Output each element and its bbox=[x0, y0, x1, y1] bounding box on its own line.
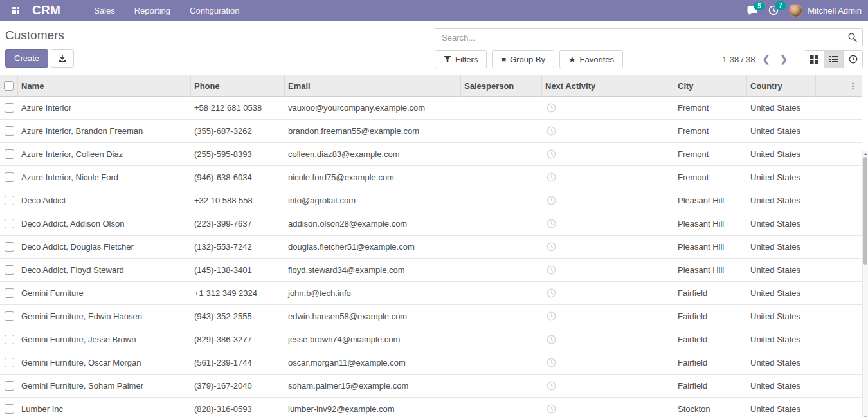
action-buttons: Create bbox=[5, 49, 435, 68]
pager-previous-button[interactable]: ❮ bbox=[759, 53, 773, 66]
row-checkbox-cell bbox=[0, 288, 18, 298]
cell-next-activity[interactable] bbox=[542, 288, 674, 298]
row-checkbox[interactable] bbox=[5, 103, 14, 113]
select-all-checkbox[interactable] bbox=[4, 81, 14, 91]
cell-phone: (132)-553-7242 bbox=[191, 242, 285, 252]
row-checkbox[interactable] bbox=[5, 219, 14, 228]
column-header-next-activity[interactable]: Next Activity bbox=[542, 75, 674, 97]
row-checkbox[interactable] bbox=[5, 288, 14, 298]
cell-next-activity[interactable] bbox=[542, 265, 674, 275]
table-row[interactable]: Gemini Furniture, Jesse Brown (829)-386-… bbox=[0, 328, 862, 351]
pager-range: 1-38 / 38 bbox=[722, 55, 755, 64]
cell-next-activity[interactable] bbox=[542, 381, 674, 391]
search-input[interactable] bbox=[435, 33, 843, 42]
column-header-phone[interactable]: Phone bbox=[191, 75, 285, 97]
table-row[interactable]: Gemini Furniture, Edwin Hansen (943)-352… bbox=[0, 305, 862, 328]
cell-next-activity[interactable] bbox=[542, 126, 674, 136]
scrollbar-thumb[interactable] bbox=[863, 157, 867, 265]
table-row[interactable]: Azure Interior, Brandon Freeman (355)-68… bbox=[0, 120, 862, 143]
cell-next-activity[interactable] bbox=[542, 196, 674, 205]
row-checkbox-cell bbox=[0, 149, 18, 159]
cell-next-activity[interactable] bbox=[542, 335, 674, 344]
column-header-email[interactable]: Email bbox=[285, 75, 461, 97]
row-checkbox[interactable] bbox=[5, 126, 14, 136]
table-row[interactable]: Gemini Furniture +1 312 349 2324 john.b@… bbox=[0, 282, 862, 305]
row-checkbox[interactable] bbox=[5, 149, 14, 159]
favorites-button[interactable]: ★ Favorites bbox=[559, 50, 623, 68]
filters-button[interactable]: Filters bbox=[435, 50, 487, 68]
cell-next-activity[interactable] bbox=[542, 404, 674, 414]
cell-country: United States bbox=[747, 219, 816, 228]
cell-next-activity[interactable] bbox=[542, 358, 674, 367]
schedule-activity-clock-icon bbox=[547, 126, 556, 136]
list-view-button[interactable] bbox=[824, 51, 843, 68]
cell-next-activity[interactable] bbox=[542, 311, 674, 321]
row-checkbox[interactable] bbox=[5, 196, 14, 205]
table-row[interactable]: Azure Interior, Nicole Ford (946)-638-60… bbox=[0, 166, 862, 189]
table-row[interactable]: Deco Addict +32 10 588 558 info@agrolait… bbox=[0, 189, 862, 212]
row-checkbox[interactable] bbox=[5, 381, 14, 391]
cell-next-activity[interactable] bbox=[542, 103, 674, 113]
table-row[interactable]: Azure Interior +58 212 681 0538 vauxoo@y… bbox=[0, 97, 862, 120]
table-row[interactable]: Deco Addict, Douglas Fletcher (132)-553-… bbox=[0, 236, 862, 259]
row-checkbox-cell bbox=[0, 126, 18, 136]
cell-next-activity[interactable] bbox=[542, 149, 674, 159]
schedule-activity-clock-icon bbox=[547, 149, 556, 159]
activity-view-button[interactable] bbox=[843, 51, 862, 68]
cell-name: Azure Interior bbox=[18, 103, 191, 113]
schedule-activity-clock-icon bbox=[547, 288, 556, 298]
cell-name: Gemini Furniture, Soham Palmer bbox=[18, 381, 191, 391]
row-checkbox[interactable] bbox=[5, 265, 14, 275]
search-submit[interactable] bbox=[843, 33, 862, 42]
row-checkbox[interactable] bbox=[5, 404, 14, 414]
menu-sales[interactable]: Sales bbox=[93, 1, 116, 21]
table-row[interactable]: Gemini Furniture, Oscar Morgan (561)-239… bbox=[0, 351, 862, 375]
cell-email: john.b@tech.info bbox=[285, 288, 461, 298]
cell-email: oscar.morgan11@example.com bbox=[285, 358, 461, 367]
menu-reporting[interactable]: Reporting bbox=[133, 1, 172, 21]
table-row[interactable]: Gemini Furniture, Soham Palmer (379)-167… bbox=[0, 375, 862, 398]
cell-email: douglas.fletcher51@example.com bbox=[285, 242, 461, 252]
menu-configuration[interactable]: Configuration bbox=[188, 1, 240, 21]
apps-menu-button[interactable] bbox=[6, 2, 23, 19]
download-icon bbox=[58, 54, 67, 63]
activities-button[interactable]: 7 bbox=[768, 5, 779, 15]
row-checkbox[interactable] bbox=[5, 242, 14, 252]
table-row[interactable]: Azure Interior, Colleen Diaz (255)-595-8… bbox=[0, 143, 862, 166]
app-brand[interactable]: CRM bbox=[32, 3, 60, 17]
table-row[interactable]: Lumber Inc (828)-316-0593 lumber-inv92@e… bbox=[0, 398, 862, 417]
kebab-icon[interactable]: ⋮ bbox=[849, 81, 857, 91]
table-row[interactable]: Deco Addict, Floyd Steward (145)-138-340… bbox=[0, 259, 862, 282]
customers-table: Name Phone Email Salesperson Next Activi… bbox=[0, 75, 868, 417]
export-button[interactable] bbox=[51, 49, 74, 68]
row-checkbox[interactable] bbox=[5, 172, 14, 182]
cell-name: Azure Interior, Brandon Freeman bbox=[18, 126, 191, 136]
row-checkbox[interactable] bbox=[5, 358, 14, 367]
column-header-salesperson[interactable]: Salesperson bbox=[461, 75, 542, 97]
messages-button[interactable]: 5 bbox=[747, 6, 758, 15]
create-button[interactable]: Create bbox=[5, 49, 48, 68]
column-header-city[interactable]: City bbox=[674, 75, 747, 97]
column-header-country[interactable]: Country bbox=[747, 75, 816, 97]
cell-next-activity[interactable] bbox=[542, 242, 674, 252]
cell-country: United States bbox=[747, 288, 816, 298]
user-menu[interactable]: Mitchell Admin bbox=[789, 4, 862, 17]
schedule-activity-clock-icon bbox=[547, 335, 556, 344]
cell-next-activity[interactable] bbox=[542, 172, 674, 182]
cell-next-activity[interactable] bbox=[542, 219, 674, 228]
row-checkbox[interactable] bbox=[5, 335, 14, 344]
vertical-scrollbar[interactable]: ▲ ▼ bbox=[862, 151, 868, 417]
row-checkbox[interactable] bbox=[5, 311, 14, 321]
table-row[interactable]: Deco Addict, Addison Olson (223)-399-763… bbox=[0, 212, 862, 236]
cell-email: addison.olson28@example.com bbox=[285, 219, 461, 228]
cell-phone: (145)-138-3401 bbox=[191, 265, 285, 275]
pager-next-button[interactable]: ❯ bbox=[777, 53, 791, 66]
schedule-activity-clock-icon bbox=[547, 172, 556, 182]
scroll-up-arrow[interactable]: ▲ bbox=[863, 151, 868, 156]
column-header-name[interactable]: Name bbox=[18, 75, 191, 97]
view-controls: Filters ≡ Group By ★ Favorites 1-38 / 38… bbox=[435, 50, 863, 68]
kanban-view-button[interactable] bbox=[804, 51, 824, 68]
cell-name: Gemini Furniture, Edwin Hansen bbox=[18, 311, 191, 321]
cell-email: brandon.freeman55@example.com bbox=[285, 126, 461, 136]
group-by-button[interactable]: ≡ Group By bbox=[492, 50, 554, 68]
